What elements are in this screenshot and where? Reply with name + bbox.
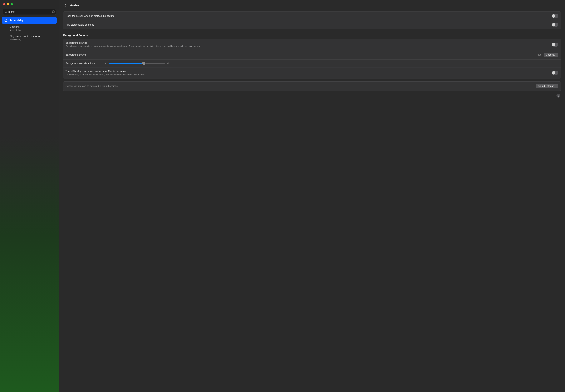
zoom-window-button[interactable] xyxy=(11,3,13,5)
auto-off-toggle[interactable] xyxy=(552,71,558,75)
audio-alerts-panel: Flash the screen when an alert sound occ… xyxy=(63,12,561,29)
background-volume-slider[interactable] xyxy=(109,63,165,64)
row-label: Background sounds xyxy=(65,42,549,44)
search-field-wrap xyxy=(3,9,56,15)
svg-line-1 xyxy=(6,12,7,13)
row-description: Turn off background sounds automatically… xyxy=(65,73,549,76)
sidebar-item-label: Play stereo audio as mono xyxy=(10,35,55,38)
mono-audio-toggle[interactable] xyxy=(552,23,558,27)
search-results: Accessibility Captions Accessibility Pla… xyxy=(0,17,59,43)
main-content: Audio Flash the screen when an alert sou… xyxy=(59,0,565,392)
help-button[interactable]: ? xyxy=(556,94,560,98)
clear-search-button[interactable] xyxy=(52,10,55,13)
page-title: Audio xyxy=(70,3,79,7)
row-label: Play stereo audio as mono xyxy=(65,23,549,26)
row-label: Flash the screen when an alert sound occ… xyxy=(65,14,549,17)
sidebar-item-label: Accessibility xyxy=(10,19,23,22)
section-heading-background-sounds: Background Sounds xyxy=(63,34,561,37)
flash-screen-toggle[interactable] xyxy=(552,14,558,18)
close-icon xyxy=(52,11,54,13)
row-label: Background sound xyxy=(65,53,534,56)
header: Audio xyxy=(63,0,561,12)
back-button[interactable] xyxy=(63,3,67,7)
accessibility-icon xyxy=(4,18,8,23)
row-flash-screen: Flash the screen when an alert sound occ… xyxy=(63,12,561,20)
row-bg-volume: Background sounds volume xyxy=(63,59,561,67)
settings-window: Accessibility Captions Accessibility Pla… xyxy=(0,0,565,392)
row-description: Plays background sounds to mask unwanted… xyxy=(65,45,549,48)
background-sounds-toggle[interactable] xyxy=(552,43,558,47)
sidebar-item-play-mono[interactable]: Play stereo audio as mono Accessibility xyxy=(8,33,57,43)
search-icon xyxy=(4,11,7,13)
sidebar: Accessibility Captions Accessibility Pla… xyxy=(0,0,59,392)
sound-settings-button[interactable]: Sound Settings… xyxy=(536,84,558,88)
minimize-window-button[interactable] xyxy=(7,3,9,5)
background-sound-value: Rain xyxy=(536,53,541,56)
search-sub-results: Captions Accessibility Play stereo audio… xyxy=(2,24,57,43)
row-mono-audio: Play stereo audio as mono xyxy=(63,20,561,29)
row-bg-auto-off: Turn off background sounds when your Mac… xyxy=(63,67,561,79)
chevron-left-icon xyxy=(64,4,66,7)
row-label: Turn off background sounds when your Mac… xyxy=(65,70,549,73)
volume-high-icon xyxy=(167,62,169,65)
search-input[interactable] xyxy=(3,9,56,15)
sidebar-item-sublabel: Accessibility xyxy=(10,29,55,32)
sidebar-item-label: Captions xyxy=(10,25,55,29)
sound-settings-panel: System volume can be adjusted in Sound s… xyxy=(63,82,561,91)
sidebar-item-sublabel: Accessibility xyxy=(10,38,55,41)
volume-low-icon xyxy=(104,62,107,65)
row-bg-enable: Background sounds Plays background sound… xyxy=(63,39,561,50)
background-sounds-panel: Background sounds Plays background sound… xyxy=(63,39,561,79)
sidebar-item-accessibility[interactable]: Accessibility xyxy=(2,17,57,24)
row-label: Background sounds volume xyxy=(65,62,102,65)
window-controls xyxy=(0,2,59,9)
footer-hint: System volume can be adjusted in Sound s… xyxy=(65,85,534,87)
close-window-button[interactable] xyxy=(3,3,5,5)
choose-sound-button[interactable]: Choose… xyxy=(544,53,558,57)
sidebar-item-captions[interactable]: Captions Accessibility xyxy=(8,24,57,33)
svg-point-5 xyxy=(6,20,6,20)
row-bg-sound: Background sound Rain Choose… xyxy=(63,50,561,59)
